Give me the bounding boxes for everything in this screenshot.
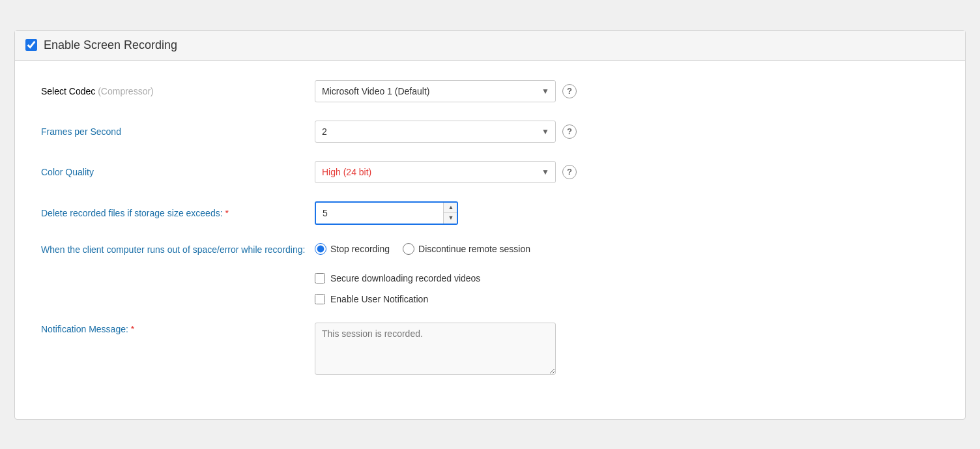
storage-input[interactable] (316, 204, 443, 222)
notification-message-required-asterisk: * (131, 324, 134, 334)
codec-sublabel: (Compressor) (98, 86, 154, 96)
card-body: Select Codec (Compressor) Microsoft Vide… (15, 61, 965, 419)
color-quality-label: Color Quality (41, 167, 315, 177)
card-header-title: Enable Screen Recording (44, 38, 177, 52)
card-header: Enable Screen Recording (15, 31, 965, 61)
notification-message-textarea[interactable] (315, 323, 556, 375)
checkbox-group: Secure downloading recorded videos Enabl… (315, 273, 480, 304)
notification-message-controls (315, 323, 556, 375)
codec-help-button[interactable]: ? (562, 84, 577, 98)
codec-controls: Microsoft Video 1 (Default) H.264 MPEG-4… (315, 80, 577, 102)
settings-card: Enable Screen Recording Select Codec (Co… (14, 30, 966, 420)
storage-spinner: ▲ ▼ (443, 203, 458, 224)
notification-message-label: Notification Message: * (41, 323, 315, 334)
checkboxes-row: Secure downloading recorded videos Enabl… (41, 273, 939, 304)
secure-download-label: Secure downloading recorded videos (330, 273, 480, 283)
space-error-label: When the client computer runs out of spa… (41, 243, 315, 255)
storage-label: Delete recorded files if storage size ex… (41, 208, 315, 218)
space-error-label-text: When the client computer runs out of spa… (41, 244, 305, 255)
notification-message-row: Notification Message: * (41, 323, 939, 375)
notification-message-label-text: Notification Message: (41, 324, 128, 334)
codec-row: Select Codec (Compressor) Microsoft Vide… (41, 80, 939, 102)
secure-download-checkbox[interactable] (315, 273, 325, 283)
stop-recording-label: Stop recording (330, 244, 390, 254)
storage-required-asterisk: * (225, 208, 228, 218)
fps-label: Frames per Second (41, 126, 315, 137)
enable-screen-recording-checkbox[interactable] (25, 39, 37, 51)
fps-row: Frames per Second 1 2 5 10 15 30 ▼ ? (41, 121, 939, 143)
discontinue-session-option[interactable]: Discontinue remote session (403, 243, 530, 255)
fps-select-wrapper: 1 2 5 10 15 30 ▼ (315, 121, 556, 143)
color-quality-help-button[interactable]: ? (562, 165, 577, 179)
storage-decrement-button[interactable]: ▼ (444, 213, 458, 224)
storage-row: Delete recorded files if storage size ex… (41, 201, 939, 225)
codec-select[interactable]: Microsoft Video 1 (Default) H.264 MPEG-4 (315, 80, 556, 102)
enable-user-notification-option[interactable]: Enable User Notification (315, 294, 480, 304)
color-quality-select-wrapper: High (24 bit) Medium (16 bit) Low (8 bit… (315, 161, 556, 183)
codec-select-wrapper: Microsoft Video 1 (Default) H.264 MPEG-4… (315, 80, 556, 102)
space-error-controls: Stop recording Discontinue remote sessio… (315, 243, 530, 255)
fps-controls: 1 2 5 10 15 30 ▼ ? (315, 121, 577, 143)
storage-controls: ▲ ▼ GB (315, 201, 458, 225)
storage-increment-button[interactable]: ▲ (444, 203, 458, 213)
storage-input-group: ▲ ▼ GB (315, 201, 458, 225)
color-quality-controls: High (24 bit) Medium (16 bit) Low (8 bit… (315, 161, 577, 183)
color-quality-select[interactable]: High (24 bit) Medium (16 bit) Low (8 bit… (315, 161, 556, 183)
fps-select[interactable]: 1 2 5 10 15 30 (315, 121, 556, 143)
storage-label-text: Delete recorded files if storage size ex… (41, 208, 223, 218)
stop-recording-radio[interactable] (315, 243, 326, 255)
color-quality-row: Color Quality High (24 bit) Medium (16 b… (41, 161, 939, 183)
discontinue-session-label: Discontinue remote session (418, 244, 530, 254)
enable-user-notification-label: Enable User Notification (330, 294, 428, 304)
codec-label: Select Codec (Compressor) (41, 86, 315, 96)
secure-download-option[interactable]: Secure downloading recorded videos (315, 273, 480, 283)
stop-recording-option[interactable]: Stop recording (315, 243, 390, 255)
discontinue-session-radio[interactable] (403, 243, 414, 255)
enable-user-notification-checkbox[interactable] (315, 294, 325, 304)
fps-help-button[interactable]: ? (562, 124, 577, 139)
space-error-radio-group: Stop recording Discontinue remote sessio… (315, 243, 530, 255)
checkboxes-controls: Secure downloading recorded videos Enabl… (315, 273, 480, 304)
space-error-row: When the client computer runs out of spa… (41, 243, 939, 255)
